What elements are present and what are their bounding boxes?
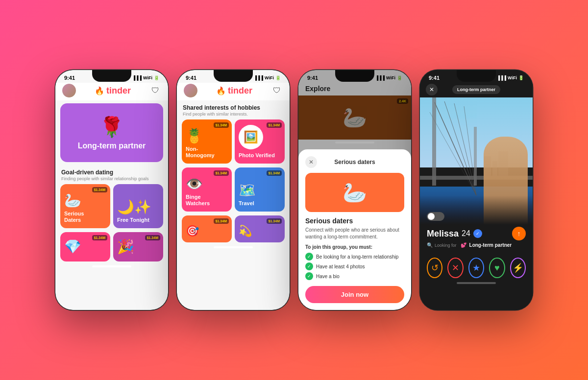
boost-up-btn[interactable]: ↑	[512, 227, 526, 240]
svg-line-4	[430, 112, 476, 195]
shield-icon-2[interactable]: 🛡	[271, 85, 283, 96]
card-row3-1[interactable]: $1.34M 🎯	[182, 215, 232, 242]
action-buttons: ↺ ✕ ★ ♥ ⚡	[420, 256, 533, 280]
profile-looking-row: 🔍 Looking for 💕 Long-term partner	[427, 242, 526, 248]
profile-name-row: Melissa 24 ✓ ↑	[427, 227, 526, 240]
join-now-button[interactable]: Join now	[305, 286, 404, 303]
phone-3: 9:41 ▐▐▐ WiFi 🔋 Explore 2.4K 🦢	[298, 70, 411, 310]
status-bar-4: 9:41 ▐▐▐ WiFi 🔋	[420, 70, 533, 83]
card-non-monogomy[interactable]: $1.34M 🍍 Non-Monogomy	[182, 119, 232, 164]
svg-rect-5	[432, 97, 436, 186]
card-label-photo-verified: Photo Verified	[239, 152, 281, 159]
status-icons-4: ▐▐▐ WiFi 🔋	[497, 75, 524, 80]
app-header-1: 🔥 tinder 🛡	[55, 83, 168, 100]
modal-top-bar: ✕ Serious daters	[305, 156, 404, 168]
cards-grid-1: $1.34M 🦢 SeriousDaters 🌙✨ Free Tonight	[55, 182, 168, 230]
svg-line-2	[454, 103, 476, 195]
tinder-logo-2: 🔥 tinder	[216, 86, 252, 96]
phones-container: 9:41 ▐▐▐ WiFi 🔋 🔥 tinder 🛡	[46, 50, 542, 330]
avatar-1[interactable]	[62, 84, 76, 97]
status-bar-2: 9:41 ▐▐▐ WiFi 🔋	[177, 70, 290, 83]
status-icons-1: ▐▐▐ WiFi 🔋	[132, 75, 159, 80]
profile-age: 24	[462, 229, 470, 238]
looking-for-value: Long-term partner	[469, 242, 512, 248]
home-indicator-1	[92, 265, 131, 267]
cards-grid-2b: $1.34M 👁️ BingeWatchers $1.34M 🗺️ Travel	[177, 166, 290, 214]
flame-icon-2: 🔥	[216, 86, 226, 95]
req-check-1: ✓	[305, 253, 313, 261]
section-1-subtitle: Finding people with similar relationship…	[61, 176, 162, 181]
modal-close-btn[interactable]: ✕	[305, 156, 317, 168]
card-label-serious: SeriousDaters	[64, 211, 106, 223]
hero-card-1[interactable]: 🌹 Long-term partner	[60, 103, 163, 162]
profile-photo	[420, 97, 533, 225]
modal-req-title: To join this group, you must:	[305, 244, 404, 250]
card-travel[interactable]: $1.34M 🗺️ Travel	[235, 167, 285, 212]
card-row2-1[interactable]: $1.34M 💎	[60, 232, 110, 261]
badge-serious: $1.34M	[92, 187, 107, 192]
modal-title: Serious daters	[305, 217, 404, 225]
modal-req-3: ✓ Have a bio	[305, 272, 404, 280]
status-bar-1: 9:41 ▐▐▐ WiFi 🔋	[55, 70, 168, 83]
req-check-2: ✓	[305, 262, 313, 270]
looking-for-label: Looking for	[435, 243, 457, 248]
req-check-3: ✓	[305, 272, 313, 280]
section-2-subtitle: Find people with similar interests.	[183, 112, 284, 117]
app-header-2: 🔥 tinder 🛡	[177, 83, 290, 100]
section-2-title: Shared interests of hobbies	[183, 104, 284, 111]
hero-emoji-1: 🌹	[99, 116, 124, 139]
phone-1: 9:41 ▐▐▐ WiFi 🔋 🔥 tinder 🛡	[55, 70, 168, 310]
modal-sheet: ✕ Serious daters 🦢 Serious daters Connec…	[298, 149, 411, 310]
boost-button[interactable]: ⚡	[510, 258, 526, 278]
card-photo-verified[interactable]: $1.34M 🖼️ Photo Verified	[235, 119, 285, 164]
phone-2: 9:41 ▐▐▐ WiFi 🔋 🔥 tinder 🛡	[177, 70, 290, 310]
card-label-non-mono: Non-Monogomy	[186, 146, 228, 159]
card-label-travel: Travel	[239, 200, 281, 207]
phone-3-screen: 9:41 ▐▐▐ WiFi 🔋 Explore 2.4K 🦢	[298, 70, 411, 310]
card-serious-daters[interactable]: $1.34M 🦢 SeriousDaters	[60, 184, 110, 228]
like-button[interactable]: ♥	[489, 258, 505, 278]
profile-close-btn[interactable]: ✕	[426, 84, 438, 95]
avatar-2[interactable]	[184, 84, 197, 97]
status-time-4: 9:41	[429, 75, 440, 81]
cards-grid-2a: $1.34M 🍍 Non-Monogomy $1.34M 🖼️ Photo Ve…	[177, 118, 290, 166]
phone-1-screen: 9:41 ▐▐▐ WiFi 🔋 🔥 tinder 🛡	[55, 70, 168, 310]
card-row3-2[interactable]: $1.34M 💫	[235, 215, 285, 242]
modal-swan-icon: 🦢	[343, 181, 367, 204]
flame-icon-1: 🔥	[95, 86, 104, 95]
long-term-tag: Long-term partner	[452, 85, 500, 94]
status-icons-2: ▐▐▐ WiFi 🔋	[254, 75, 281, 80]
status-time-1: 9:41	[64, 75, 75, 81]
section-1-title: Goal-driven dating	[61, 169, 162, 176]
card-free-tonight[interactable]: 🌙✨ Free Tonight	[113, 184, 163, 228]
profile-name: Melissa	[427, 229, 459, 239]
star-button[interactable]: ★	[468, 258, 484, 278]
rewind-button[interactable]: ↺	[427, 258, 442, 278]
modal-overlay: ✕ Serious daters 🦢 Serious daters Connec…	[298, 70, 411, 310]
phone-2-screen: 9:41 ▐▐▐ WiFi 🔋 🔥 tinder 🛡	[177, 70, 290, 310]
modal-req-2: ✓ Have at least 4 photos	[305, 262, 404, 270]
modal-description: Connect with people who are serious abou…	[305, 227, 404, 240]
nope-button[interactable]: ✕	[447, 258, 463, 278]
section-2-title-area: Shared interests of hobbies Find people …	[177, 100, 290, 118]
card-binge-watchers[interactable]: $1.34M 👁️ BingeWatchers	[182, 167, 232, 212]
phone-4: 9:41 ▐▐▐ WiFi 🔋 ✕ Long-term partner	[420, 70, 533, 310]
shield-icon-1[interactable]: 🛡	[149, 85, 161, 96]
profile-info: Melissa 24 ✓ ↑ 🔍 Looking for 💕 Long-term…	[420, 225, 533, 256]
section-1-title-area: Goal-driven dating Finding people with s…	[55, 165, 168, 182]
card-label-free-tonight: Free Tonight	[117, 217, 159, 223]
modal-top-title: Serious daters	[317, 159, 392, 166]
profile-toggle-area	[427, 212, 444, 221]
profile-toggle[interactable]	[427, 212, 444, 221]
card-row2-2[interactable]: $1.34M 🎉	[113, 232, 163, 261]
card-label-binge: BingeWatchers	[186, 194, 228, 207]
modal-hero: 🦢	[305, 173, 404, 212]
cards-grid-1b: $1.34M 💎 $1.34M 🎉	[55, 230, 168, 263]
tinder-logo-1: 🔥 tinder	[95, 86, 131, 96]
profile-top-bar: ✕ Long-term partner	[420, 83, 533, 97]
cards-grid-2c: $1.34M 🎯 $1.34M 💫	[177, 214, 290, 244]
verified-badge: ✓	[473, 229, 482, 238]
hero-title-1: Long-term partner	[78, 142, 146, 150]
phone-4-screen: 9:41 ▐▐▐ WiFi 🔋 ✕ Long-term partner	[420, 70, 533, 310]
svg-line-1	[444, 101, 476, 195]
